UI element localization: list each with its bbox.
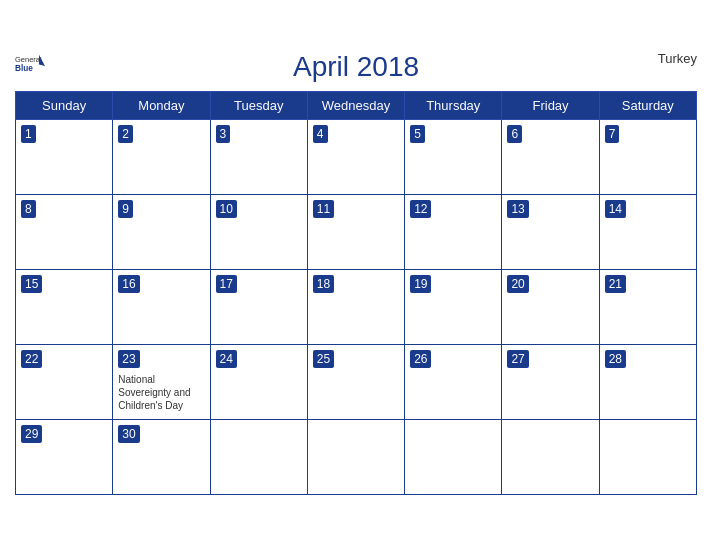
header-thursday: Thursday	[405, 91, 502, 119]
day-number: 14	[605, 200, 626, 219]
calendar-day-cell: 27	[502, 344, 599, 419]
calendar-day-cell: 15	[16, 269, 113, 344]
calendar-day-cell	[502, 419, 599, 494]
calendar-day-cell: 14	[599, 194, 696, 269]
day-number: 18	[313, 275, 334, 294]
calendar-day-cell: 8	[16, 194, 113, 269]
calendar-day-cell: 18	[307, 269, 404, 344]
day-number: 5	[410, 125, 425, 144]
day-number: 20	[507, 275, 528, 294]
header-wednesday: Wednesday	[307, 91, 404, 119]
calendar-day-cell: 30	[113, 419, 210, 494]
day-number: 12	[410, 200, 431, 219]
day-number: 24	[216, 350, 237, 369]
holiday-label: National Sovereignty and Children's Day	[118, 373, 204, 412]
calendar-day-cell: 6	[502, 119, 599, 194]
day-number: 26	[410, 350, 431, 369]
calendar-day-cell: 13	[502, 194, 599, 269]
day-number: 19	[410, 275, 431, 294]
day-number: 22	[21, 350, 42, 369]
day-number: 9	[118, 200, 133, 219]
day-number: 15	[21, 275, 42, 294]
day-number: 17	[216, 275, 237, 294]
calendar-header: General Blue April 2018 Turkey	[15, 51, 697, 83]
day-number: 8	[21, 200, 36, 219]
calendar-day-cell	[210, 419, 307, 494]
calendar-day-cell: 22	[16, 344, 113, 419]
calendar-day-cell: 24	[210, 344, 307, 419]
day-number: 3	[216, 125, 231, 144]
calendar-title: April 2018	[293, 51, 419, 83]
calendar-body: 1234567891011121314151617181920212223Nat…	[16, 119, 697, 494]
day-number: 11	[313, 200, 334, 219]
calendar-day-cell: 1	[16, 119, 113, 194]
calendar-day-cell	[405, 419, 502, 494]
calendar-day-cell: 5	[405, 119, 502, 194]
calendar-day-cell: 2	[113, 119, 210, 194]
svg-text:General: General	[15, 54, 42, 63]
day-number: 30	[118, 425, 139, 444]
calendar-day-cell: 20	[502, 269, 599, 344]
calendar-week-row: 891011121314	[16, 194, 697, 269]
day-number: 2	[118, 125, 133, 144]
header-saturday: Saturday	[599, 91, 696, 119]
day-number: 23	[118, 350, 139, 369]
day-number: 7	[605, 125, 620, 144]
calendar-day-cell: 10	[210, 194, 307, 269]
day-number: 29	[21, 425, 42, 444]
header-tuesday: Tuesday	[210, 91, 307, 119]
day-number: 13	[507, 200, 528, 219]
calendar-week-row: 2930	[16, 419, 697, 494]
day-number: 25	[313, 350, 334, 369]
calendar-day-cell: 12	[405, 194, 502, 269]
calendar-week-row: 2223National Sovereignty and Children's …	[16, 344, 697, 419]
day-number: 27	[507, 350, 528, 369]
day-number: 21	[605, 275, 626, 294]
day-number: 1	[21, 125, 36, 144]
calendar-day-cell	[599, 419, 696, 494]
svg-text:Blue: Blue	[15, 63, 33, 72]
header-sunday: Sunday	[16, 91, 113, 119]
calendar-day-cell: 19	[405, 269, 502, 344]
calendar-day-cell: 23National Sovereignty and Children's Da…	[113, 344, 210, 419]
calendar-day-cell: 25	[307, 344, 404, 419]
calendar-container: General Blue April 2018 Turkey Sunday Mo…	[0, 41, 712, 510]
day-number: 28	[605, 350, 626, 369]
calendar-day-cell: 7	[599, 119, 696, 194]
calendar-day-cell: 29	[16, 419, 113, 494]
calendar-day-cell: 16	[113, 269, 210, 344]
day-number: 6	[507, 125, 522, 144]
day-number: 16	[118, 275, 139, 294]
header-friday: Friday	[502, 91, 599, 119]
calendar-day-cell: 28	[599, 344, 696, 419]
calendar-day-cell	[307, 419, 404, 494]
calendar-day-cell: 21	[599, 269, 696, 344]
day-number: 10	[216, 200, 237, 219]
calendar-day-cell: 17	[210, 269, 307, 344]
calendar-week-row: 15161718192021	[16, 269, 697, 344]
calendar-day-cell: 9	[113, 194, 210, 269]
logo-area: General Blue	[15, 51, 47, 81]
day-headers-row: Sunday Monday Tuesday Wednesday Thursday…	[16, 91, 697, 119]
calendar-day-cell: 4	[307, 119, 404, 194]
day-number: 4	[313, 125, 328, 144]
calendar-week-row: 1234567	[16, 119, 697, 194]
country-label: Turkey	[658, 51, 697, 66]
header-monday: Monday	[113, 91, 210, 119]
calendar-table: Sunday Monday Tuesday Wednesday Thursday…	[15, 91, 697, 495]
general-blue-logo-icon: General Blue	[15, 51, 45, 81]
calendar-day-cell: 11	[307, 194, 404, 269]
calendar-day-cell: 26	[405, 344, 502, 419]
calendar-day-cell: 3	[210, 119, 307, 194]
